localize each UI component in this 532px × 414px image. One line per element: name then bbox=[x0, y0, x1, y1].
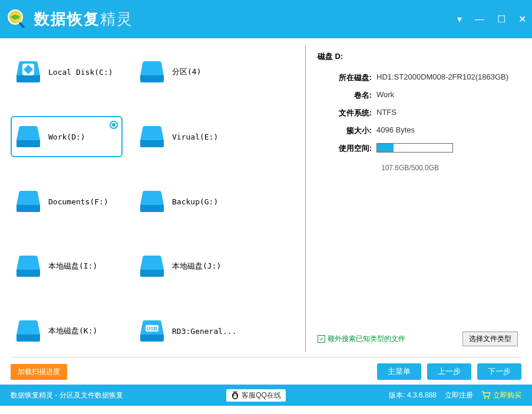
info-val-fs: NTFS bbox=[376, 108, 518, 118]
drive-icon bbox=[14, 188, 42, 214]
drive-label: 本地磁盘(K:) bbox=[48, 326, 97, 336]
drive-icon bbox=[138, 188, 166, 214]
app-title: 数据恢复精灵 bbox=[34, 9, 133, 29]
svg-point-8 bbox=[236, 393, 237, 395]
drive-item[interactable]: USBRD3:General... bbox=[134, 310, 246, 352]
info-key-volname: 卷名: bbox=[318, 90, 376, 101]
logo-area: 数据恢复精灵 bbox=[6, 8, 133, 31]
next-button[interactable]: 下一步 bbox=[477, 363, 521, 380]
info-key-fs: 文件系统: bbox=[318, 108, 376, 118]
drive-item[interactable]: 本地磁盘(K:) bbox=[11, 310, 123, 352]
main-menu-button[interactable]: 主菜单 bbox=[377, 363, 421, 380]
drive-label: Documents(F:) bbox=[48, 197, 108, 206]
drive-icon bbox=[138, 124, 166, 150]
qq-support-button[interactable]: 客服QQ在线 bbox=[226, 389, 286, 402]
svg-point-7 bbox=[234, 393, 235, 395]
drive-icon bbox=[14, 124, 42, 150]
info-key-cluster: 簇大小: bbox=[318, 125, 376, 136]
svg-rect-1 bbox=[18, 22, 25, 28]
info-key-host: 所在磁盘: bbox=[318, 72, 376, 83]
qq-penguin-icon bbox=[231, 391, 239, 399]
drive-item[interactable]: Documents(F:) bbox=[11, 181, 123, 222]
drive-label: Local Disk(C:) bbox=[48, 68, 113, 77]
drive-item[interactable]: 本地磁盘(J:) bbox=[134, 246, 246, 287]
drive-item[interactable]: Backup(G:) bbox=[134, 181, 246, 222]
drive-icon bbox=[14, 59, 42, 85]
svg-text:USB: USB bbox=[146, 326, 158, 332]
drive-icon bbox=[138, 253, 166, 279]
drive-icon bbox=[138, 59, 166, 85]
cart-icon bbox=[481, 391, 491, 399]
drive-icon bbox=[14, 318, 42, 344]
drive-list-panel: Local Disk(C:)分区(4)Work(D:)Virual(E:)Doc… bbox=[11, 45, 305, 352]
drive-item[interactable]: 分区(4) bbox=[134, 51, 246, 92]
maximize-icon[interactable]: ☐ bbox=[497, 14, 505, 25]
version-label: 版本: 4.3.6.888 bbox=[389, 390, 437, 400]
drive-item[interactable]: 本地磁盘(I:) bbox=[11, 246, 123, 287]
drive-label: 本地磁盘(J:) bbox=[172, 261, 221, 271]
info-val-volname: Work bbox=[376, 90, 518, 101]
info-title: 磁盘 D: bbox=[318, 51, 518, 62]
drive-info-panel: 磁盘 D: 所在磁盘:HD1:ST2000DM008-2FR102(1863GB… bbox=[305, 45, 521, 352]
register-link[interactable]: 立即注册 bbox=[445, 390, 473, 400]
titlebar: 数据恢复精灵 ▾ — ☐ ✕ bbox=[0, 0, 532, 38]
drive-icon bbox=[14, 253, 42, 279]
info-val-host: HD1:ST2000DM008-2FR102(1863GB) bbox=[376, 72, 518, 83]
load-scan-progress-button[interactable]: 加载扫描进度 bbox=[11, 364, 67, 380]
action-bar: 加载扫描进度 主菜单 上一步 下一步 bbox=[11, 357, 521, 380]
select-file-types-button[interactable]: 选择文件类型 bbox=[462, 332, 518, 346]
svg-point-10 bbox=[484, 398, 486, 399]
prev-button[interactable]: 上一步 bbox=[427, 363, 471, 380]
info-key-usage: 使用空间: bbox=[318, 143, 376, 154]
extra-search-checkbox[interactable]: ✓ 额外搜索已知类型的文件 bbox=[318, 334, 405, 344]
radio-selected-icon bbox=[110, 121, 118, 129]
svg-point-11 bbox=[488, 398, 490, 399]
svg-point-6 bbox=[233, 395, 237, 399]
minimize-icon[interactable]: — bbox=[475, 14, 484, 25]
usage-text: 107.6GB/500.0GB bbox=[381, 164, 518, 172]
app-logo-icon bbox=[6, 8, 29, 31]
drive-label: Backup(G:) bbox=[172, 197, 218, 206]
dropdown-icon[interactable]: ▾ bbox=[457, 14, 462, 25]
checkmark-icon: ✓ bbox=[318, 335, 325, 343]
drive-label: RD3:General... bbox=[172, 327, 237, 336]
close-icon[interactable]: ✕ bbox=[518, 14, 526, 25]
svg-rect-9 bbox=[234, 395, 236, 396]
breadcrumb: 数据恢复精灵 - 分区及文件数据恢复 bbox=[11, 390, 123, 400]
drive-icon: USB bbox=[138, 318, 166, 344]
drive-item[interactable]: Local Disk(C:) bbox=[11, 51, 123, 92]
drive-label: 分区(4) bbox=[172, 67, 201, 77]
statusbar: 数据恢复精灵 - 分区及文件数据恢复 客服QQ在线 版本: 4.3.6.888 … bbox=[0, 385, 532, 406]
drive-label: 本地磁盘(I:) bbox=[48, 261, 97, 271]
usage-bar-fill bbox=[377, 144, 394, 152]
info-val-usage bbox=[376, 143, 518, 154]
drive-item[interactable]: Virual(E:) bbox=[134, 116, 246, 157]
buy-link[interactable]: 立即购买 bbox=[481, 390, 521, 400]
drive-label: Work(D:) bbox=[48, 133, 85, 141]
drive-label: Virual(E:) bbox=[172, 133, 218, 141]
main-content: Local Disk(C:)分区(4)Work(D:)Virual(E:)Doc… bbox=[0, 38, 532, 385]
drive-item[interactable]: Work(D:) bbox=[11, 116, 123, 157]
info-val-cluster: 4096 Bytes bbox=[376, 125, 518, 136]
